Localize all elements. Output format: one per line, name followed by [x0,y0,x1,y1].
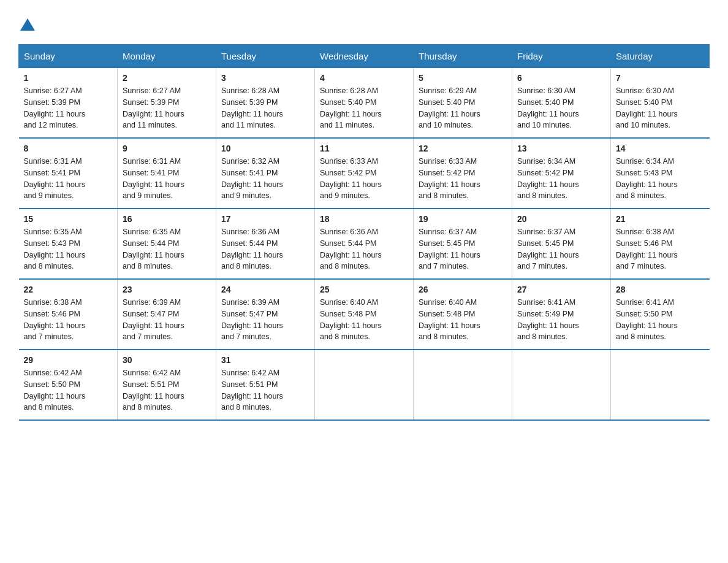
header-sunday: Sunday [19,45,118,68]
day-info: Sunrise: 6:37 AMSunset: 5:45 PMDaylight:… [517,228,579,270]
day-cell: 22Sunrise: 6:38 AMSunset: 5:46 PMDayligh… [19,279,118,350]
header-wednesday: Wednesday [315,45,414,68]
day-info: Sunrise: 6:34 AMSunset: 5:42 PMDaylight:… [517,157,579,200]
day-number: 24 [221,285,309,294]
day-info: Sunrise: 6:32 AMSunset: 5:41 PMDaylight:… [221,157,283,200]
day-info: Sunrise: 6:31 AMSunset: 5:41 PMDaylight:… [24,157,86,200]
day-cell: 2Sunrise: 6:27 AMSunset: 5:39 PMDaylight… [118,68,216,139]
day-number: 31 [221,355,309,365]
week-row-3: 15Sunrise: 6:35 AMSunset: 5:43 PMDayligh… [19,209,710,279]
day-number: 3 [221,73,309,83]
day-number: 18 [320,214,408,224]
day-number: 16 [123,214,211,224]
day-info: Sunrise: 6:28 AMSunset: 5:40 PMDaylight:… [320,86,382,129]
day-number: 11 [320,144,408,153]
day-cell: 9Sunrise: 6:31 AMSunset: 5:41 PMDaylight… [118,138,216,209]
day-number: 23 [123,285,211,294]
day-number: 19 [419,214,507,224]
day-info: Sunrise: 6:31 AMSunset: 5:41 PMDaylight:… [123,157,184,200]
day-info: Sunrise: 6:35 AMSunset: 5:44 PMDaylight:… [123,228,184,270]
logo-blue-part [18,18,35,32]
day-cell: 25Sunrise: 6:40 AMSunset: 5:48 PMDayligh… [315,279,414,350]
day-cell [414,350,512,420]
day-cell: 11Sunrise: 6:33 AMSunset: 5:42 PMDayligh… [315,138,414,209]
day-info: Sunrise: 6:28 AMSunset: 5:39 PMDaylight:… [221,86,283,129]
day-info: Sunrise: 6:35 AMSunset: 5:43 PMDaylight:… [24,228,86,270]
day-info: Sunrise: 6:42 AMSunset: 5:51 PMDaylight:… [221,369,283,412]
day-number: 6 [517,73,605,83]
week-row-1: 1Sunrise: 6:27 AMSunset: 5:39 PMDaylight… [19,68,710,139]
day-info: Sunrise: 6:33 AMSunset: 5:42 PMDaylight:… [320,157,382,200]
day-number: 13 [517,144,605,153]
header-monday: Monday [118,45,216,68]
header-thursday: Thursday [414,45,512,68]
day-cell: 23Sunrise: 6:39 AMSunset: 5:47 PMDayligh… [118,279,216,350]
day-number: 7 [616,73,705,83]
week-row-4: 22Sunrise: 6:38 AMSunset: 5:46 PMDayligh… [19,279,710,350]
day-number: 4 [320,73,408,83]
logo-arrow-icon [20,18,35,31]
week-row-5: 29Sunrise: 6:42 AMSunset: 5:50 PMDayligh… [19,350,710,420]
day-info: Sunrise: 6:27 AMSunset: 5:39 PMDaylight:… [24,86,86,129]
day-info: Sunrise: 6:27 AMSunset: 5:39 PMDaylight:… [123,86,184,129]
day-info: Sunrise: 6:41 AMSunset: 5:49 PMDaylight:… [517,298,579,341]
day-cell: 24Sunrise: 6:39 AMSunset: 5:47 PMDayligh… [216,279,315,350]
day-info: Sunrise: 6:34 AMSunset: 5:43 PMDaylight:… [616,157,678,200]
day-cell: 15Sunrise: 6:35 AMSunset: 5:43 PMDayligh… [19,209,118,279]
day-cell: 8Sunrise: 6:31 AMSunset: 5:41 PMDaylight… [19,138,118,209]
day-cell: 27Sunrise: 6:41 AMSunset: 5:49 PMDayligh… [512,279,611,350]
day-number: 1 [24,73,113,83]
day-info: Sunrise: 6:38 AMSunset: 5:46 PMDaylight:… [616,228,678,270]
day-info: Sunrise: 6:41 AMSunset: 5:50 PMDaylight:… [616,298,678,341]
day-number: 17 [221,214,309,224]
day-info: Sunrise: 6:39 AMSunset: 5:47 PMDaylight:… [123,298,184,341]
day-cell: 5Sunrise: 6:29 AMSunset: 5:40 PMDaylight… [414,68,512,139]
day-cell: 3Sunrise: 6:28 AMSunset: 5:39 PMDaylight… [216,68,315,139]
day-cell: 28Sunrise: 6:41 AMSunset: 5:50 PMDayligh… [611,279,710,350]
day-cell: 26Sunrise: 6:40 AMSunset: 5:48 PMDayligh… [414,279,512,350]
day-number: 30 [123,355,211,365]
day-number: 21 [616,214,705,224]
day-info: Sunrise: 6:39 AMSunset: 5:47 PMDaylight:… [221,298,283,341]
day-number: 10 [221,144,309,153]
day-info: Sunrise: 6:38 AMSunset: 5:46 PMDaylight:… [24,298,86,341]
day-cell: 7Sunrise: 6:30 AMSunset: 5:40 PMDaylight… [611,68,710,139]
day-number: 9 [123,144,211,153]
day-info: Sunrise: 6:30 AMSunset: 5:40 PMDaylight:… [616,86,678,129]
day-cell: 17Sunrise: 6:36 AMSunset: 5:44 PMDayligh… [216,209,315,279]
day-cell: 4Sunrise: 6:28 AMSunset: 5:40 PMDaylight… [315,68,414,139]
day-number: 20 [517,214,605,224]
day-number: 8 [24,144,113,153]
day-info: Sunrise: 6:33 AMSunset: 5:42 PMDaylight:… [419,157,480,200]
day-number: 26 [419,285,507,294]
day-cell: 20Sunrise: 6:37 AMSunset: 5:45 PMDayligh… [512,209,611,279]
day-cell [611,350,710,420]
header-saturday: Saturday [611,45,710,68]
day-number: 28 [616,285,705,294]
day-number: 25 [320,285,408,294]
day-number: 27 [517,285,605,294]
week-row-2: 8Sunrise: 6:31 AMSunset: 5:41 PMDaylight… [19,138,710,209]
day-number: 15 [24,214,113,224]
day-info: Sunrise: 6:40 AMSunset: 5:48 PMDaylight:… [320,298,382,341]
logo [18,18,35,32]
day-cell: 31Sunrise: 6:42 AMSunset: 5:51 PMDayligh… [216,350,315,420]
day-info: Sunrise: 6:29 AMSunset: 5:40 PMDaylight:… [419,86,480,129]
day-cell: 21Sunrise: 6:38 AMSunset: 5:46 PMDayligh… [611,209,710,279]
header-friday: Friday [512,45,611,68]
page-header [18,18,710,32]
day-info: Sunrise: 6:30 AMSunset: 5:40 PMDaylight:… [517,86,579,129]
calendar-header-row: SundayMondayTuesdayWednesdayThursdayFrid… [19,45,710,68]
day-number: 14 [616,144,705,153]
day-number: 22 [24,285,113,294]
header-tuesday: Tuesday [216,45,315,68]
day-info: Sunrise: 6:36 AMSunset: 5:44 PMDaylight:… [320,228,382,270]
day-cell: 29Sunrise: 6:42 AMSunset: 5:50 PMDayligh… [19,350,118,420]
day-cell: 16Sunrise: 6:35 AMSunset: 5:44 PMDayligh… [118,209,216,279]
day-number: 2 [123,73,211,83]
day-number: 12 [419,144,507,153]
day-info: Sunrise: 6:42 AMSunset: 5:50 PMDaylight:… [24,369,86,412]
day-info: Sunrise: 6:37 AMSunset: 5:45 PMDaylight:… [419,228,480,270]
day-cell: 14Sunrise: 6:34 AMSunset: 5:43 PMDayligh… [611,138,710,209]
day-cell: 12Sunrise: 6:33 AMSunset: 5:42 PMDayligh… [414,138,512,209]
